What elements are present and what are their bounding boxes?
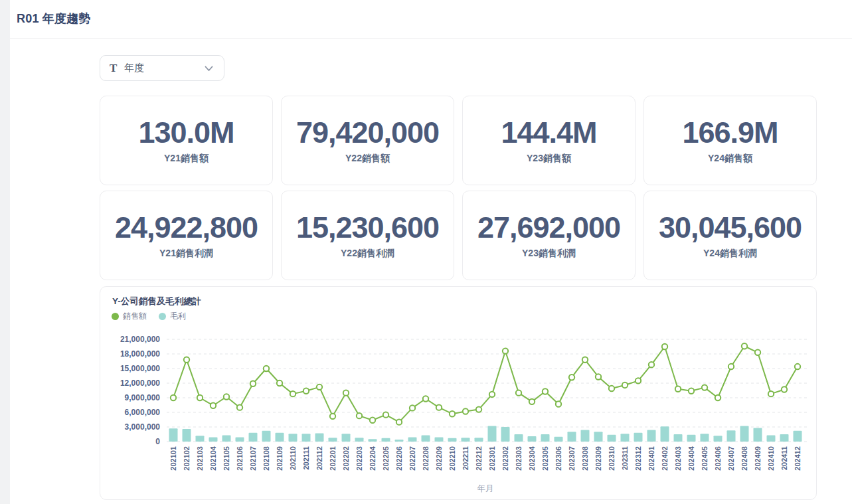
kpi-value: 130.0M <box>138 116 234 149</box>
kpi-card: 27,692,000Y23銷售利潤 <box>462 191 636 280</box>
profit-bar <box>687 435 696 442</box>
profit-bar <box>714 436 723 442</box>
profit-bar <box>528 436 537 442</box>
x-axis-tick-label: 202205 <box>382 446 390 471</box>
x-axis-tick-label: 202305 <box>541 446 549 471</box>
profit-bar <box>462 438 470 442</box>
x-axis-tick-label: 202412 <box>794 446 802 471</box>
x-axis-tick-label: 202203 <box>355 446 363 471</box>
x-axis-tick-label: 202207 <box>408 446 416 471</box>
sales-line-point <box>476 406 481 412</box>
x-axis-tick-label: 202401 <box>647 446 655 471</box>
x-axis-tick-label: 202308 <box>581 446 589 471</box>
period-filter-label: 年度 <box>124 62 144 74</box>
x-axis-tick-label: 202311 <box>621 446 629 470</box>
sales-line-point <box>728 364 734 369</box>
profit-bar <box>541 434 550 442</box>
profit-bar <box>276 433 284 442</box>
sales-line-point <box>463 408 468 414</box>
profit-bar <box>594 432 603 442</box>
kpi-card: 30,045,600Y24銷售利潤 <box>643 191 817 280</box>
kpi-card: 144.4MY23銷售額 <box>462 96 636 185</box>
profit-bar <box>727 430 736 442</box>
sales-line-point <box>423 396 428 401</box>
profit-bar <box>794 431 802 442</box>
sales-line-point <box>410 405 415 410</box>
page-title: R01 年度趨勢 <box>17 11 91 27</box>
profit-bar <box>608 435 616 442</box>
sales-line-point <box>383 412 388 417</box>
sales-line-point <box>303 388 309 394</box>
profit-bar <box>209 437 218 442</box>
kpi-value: 166.9M <box>682 116 778 149</box>
y-axis-tick-label: 12,000,000 <box>120 378 160 388</box>
period-filter-dropdown[interactable]: T 年度 <box>100 55 224 81</box>
sales-line-point <box>250 381 256 386</box>
profit-bar <box>661 426 669 442</box>
sales-line-point <box>582 357 588 363</box>
y-axis-tick-label: 3,000,000 <box>125 422 161 432</box>
sales-line-point <box>768 391 774 396</box>
kpi-value: 24,922,800 <box>115 211 258 244</box>
sales-line-point <box>689 388 694 394</box>
x-axis-tick-label: 202309 <box>594 446 602 471</box>
x-axis-tick-label: 202304 <box>528 446 536 471</box>
profit-bar <box>315 434 324 442</box>
profit-bar <box>355 438 364 442</box>
trend-chart-card: Y-公司銷售及毛利總計 銷售額毛利 03,000,0006,000,0009,0… <box>100 286 817 500</box>
kpi-card: 166.9MY24銷售額 <box>643 96 817 185</box>
sales-line-point <box>370 418 375 423</box>
kpi-value: 27,692,000 <box>477 211 620 244</box>
x-axis-tick-label: 202107 <box>249 446 257 471</box>
profit-bar <box>767 435 776 442</box>
profit-bar <box>515 434 523 442</box>
profit-bar <box>674 434 683 442</box>
kpi-card: 15,230,600Y22銷售利潤 <box>281 191 454 280</box>
profit-bar <box>382 438 390 442</box>
profit-bar <box>395 440 404 442</box>
chart-title: Y-公司銷售及毛利總計 <box>112 295 201 307</box>
x-axis-tick-label: 202302 <box>501 446 509 471</box>
sales-line-point <box>556 401 561 406</box>
legend-item-sales[interactable]: 銷售額 <box>112 311 147 322</box>
x-axis-tick-label: 202201 <box>329 446 337 471</box>
profit-bar <box>448 438 457 442</box>
sales-line-point <box>317 384 322 390</box>
x-axis-tick-label: 202404 <box>687 446 695 471</box>
x-axis-tick-label: 202112 <box>315 446 323 470</box>
profit-bar <box>422 435 430 442</box>
legend-label: 毛利 <box>170 311 186 322</box>
sales-line-point <box>662 344 667 349</box>
sales-line-point <box>702 384 707 390</box>
legend-item-profit[interactable]: 毛利 <box>159 311 186 322</box>
sales-line-point <box>795 364 800 369</box>
sales-line-point <box>503 348 508 353</box>
x-axis-tick-label: 202410 <box>767 446 775 471</box>
x-axis-tick-label: 202301 <box>488 446 496 471</box>
y-axis-tick-label: 0 <box>155 437 160 446</box>
kpi-label: Y21銷售額 <box>164 153 209 165</box>
y-axis-tick-label: 21,000,000 <box>120 335 160 344</box>
x-axis-tick-label: 202211 <box>462 446 469 470</box>
sales-line-point <box>197 395 203 400</box>
x-axis-tick-label: 202411 <box>780 446 788 470</box>
sales-line-point <box>224 394 229 399</box>
main-content: T 年度 130.0MY21銷售額79,420,000Y22銷售額144.4MY… <box>100 39 817 500</box>
x-axis-tick-label: 202306 <box>554 446 562 471</box>
x-axis-tick-label: 202312 <box>634 446 642 471</box>
sales-line-point <box>436 404 442 410</box>
profit-bar <box>369 439 377 442</box>
profit-bar <box>196 436 205 442</box>
sales-line-point <box>330 414 335 419</box>
chevron-down-icon <box>205 66 213 72</box>
sales-line-point <box>649 362 654 367</box>
kpi-label: Y23銷售利潤 <box>522 248 576 260</box>
profit-bar <box>262 431 271 442</box>
sales-line-point <box>622 382 628 388</box>
profit-bar <box>501 427 510 442</box>
x-axis-tick-label: 202101 <box>169 446 177 471</box>
x-axis-tick-label: 202407 <box>727 446 735 471</box>
chart-legend: 銷售額毛利 <box>112 311 186 322</box>
kpi-card: 130.0MY21銷售額 <box>100 96 273 185</box>
sales-line-point <box>675 386 681 392</box>
